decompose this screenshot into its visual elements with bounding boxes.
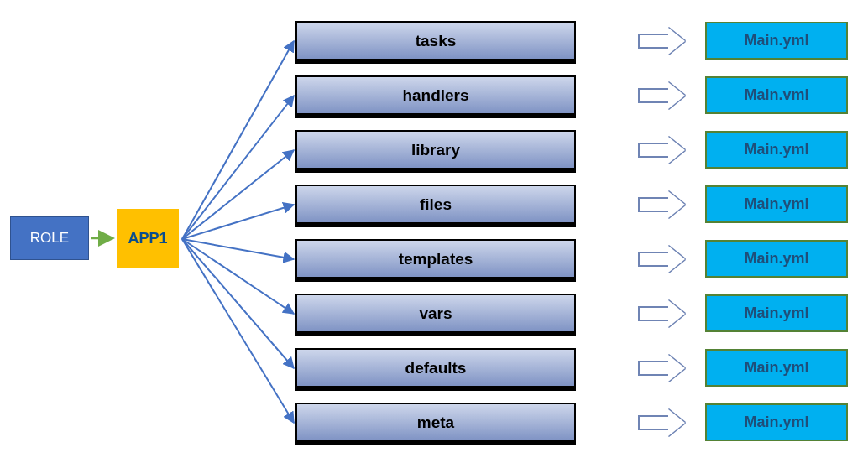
app-box: APP1: [115, 207, 180, 270]
dir-label: tasks: [416, 32, 457, 50]
dir-label: templates: [399, 250, 473, 268]
file-box-handlers: Main.vml: [705, 76, 848, 114]
diagram-canvas: { "root": { "label": "ROLE" }, "app": { …: [0, 0, 868, 463]
file-label: Main.yml: [744, 414, 808, 431]
fanout-arrow: [182, 239, 294, 314]
fanout-arrow: [182, 41, 294, 239]
file-label: Main.yml: [744, 359, 808, 377]
file-box-templates: Main.yml: [705, 240, 848, 278]
dir-label: vars: [419, 304, 452, 323]
dir-box-defaults: defaults: [295, 348, 576, 388]
block-arrow-icon: [638, 138, 688, 162]
block-arrow-icon: [638, 247, 688, 271]
file-box-files: Main.yml: [705, 185, 848, 223]
role-box: ROLE: [10, 216, 89, 260]
block-arrow-icon: [638, 193, 688, 216]
block-arrow-icon: [638, 302, 688, 325]
file-label: Main.yml: [744, 32, 808, 49]
block-arrow-icon: [638, 29, 688, 53]
fanout-arrow: [182, 96, 294, 239]
file-box-defaults: Main.yml: [705, 349, 848, 387]
dir-label: defaults: [405, 359, 467, 377]
dir-box-library: library: [295, 130, 576, 169]
dir-box-handlers: handlers: [295, 75, 576, 115]
file-label: Main.yml: [744, 250, 808, 268]
fanout-arrow: [182, 239, 294, 423]
dir-label: meta: [417, 414, 454, 432]
dir-box-meta: meta: [295, 403, 576, 442]
block-arrow-icon: [638, 356, 688, 380]
dir-box-files: files: [295, 185, 576, 224]
file-box-vars: Main.yml: [705, 294, 848, 332]
dir-label: library: [411, 141, 460, 159]
fanout-arrow: [182, 205, 294, 239]
dir-label: handlers: [402, 86, 468, 105]
file-label: Main.yml: [744, 304, 808, 322]
file-label: Main.vml: [744, 86, 808, 104]
fanout-arrow: [182, 239, 294, 259]
file-box-meta: Main.yml: [705, 403, 848, 441]
file-box-library: Main.yml: [705, 131, 848, 169]
dir-label: files: [420, 195, 452, 214]
app-label: APP1: [128, 230, 167, 247]
dir-box-templates: templates: [295, 239, 576, 278]
file-label: Main.yml: [744, 141, 808, 159]
fanout-arrow: [182, 239, 294, 368]
dir-box-tasks: tasks: [295, 21, 576, 60]
file-label: Main.yml: [744, 195, 808, 213]
dir-box-vars: vars: [295, 294, 576, 333]
role-label: ROLE: [30, 230, 69, 247]
fanout-arrows: [182, 41, 294, 423]
file-box-tasks: Main.yml: [705, 22, 848, 60]
fanout-arrow: [182, 150, 294, 239]
block-arrow-icon: [638, 84, 688, 107]
block-arrow-icon: [638, 411, 688, 434]
